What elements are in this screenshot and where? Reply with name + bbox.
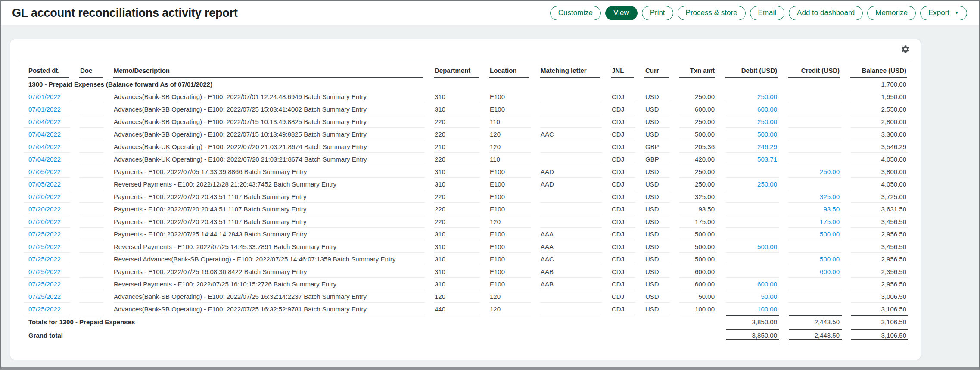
balance-value: 4,050.00 — [881, 180, 906, 188]
debit-amount-link[interactable]: 250.00 — [757, 93, 777, 100]
txn-amount-value: 500.00 — [695, 243, 715, 250]
toolbar-button[interactable]: Memorize — [867, 6, 916, 20]
toolbar-button[interactable]: Print — [642, 6, 673, 20]
credit-amount-link[interactable]: 250.00 — [820, 168, 840, 175]
toolbar-button[interactable]: Customize — [550, 6, 601, 20]
currency-value: USD — [645, 193, 659, 200]
group-balance-forward: 1,700.00 — [846, 78, 913, 90]
department-value: 310 — [435, 243, 445, 250]
matching-letter-value: AAB — [541, 268, 554, 275]
location-value: E100 — [490, 180, 505, 188]
posted-date-link[interactable]: 07/01/2022 — [28, 106, 61, 113]
credit-amount-link[interactable]: 500.00 — [820, 230, 840, 238]
location-value: E100 — [490, 205, 505, 213]
toolbar-button[interactable]: Email — [750, 6, 785, 20]
debit-amount-link[interactable]: 250.00 — [757, 118, 777, 125]
posted-date-link[interactable]: 07/01/2022 — [28, 93, 61, 100]
debit-amount-link[interactable]: 600.00 — [757, 280, 777, 288]
balance-value: 2,956.50 — [881, 280, 906, 288]
jnl-value: CDJ — [612, 268, 624, 275]
posted-date-link[interactable]: 07/25/2022 — [28, 268, 61, 275]
debit-amount-link[interactable]: 600.00 — [757, 106, 777, 113]
posted-date-link[interactable]: 07/20/2022 — [28, 205, 61, 213]
location-value: E100 — [490, 255, 505, 263]
department-value: 310 — [435, 280, 445, 288]
posted-date-link[interactable]: 07/04/2022 — [28, 155, 61, 163]
credit-amount-link[interactable]: 93.50 — [823, 205, 840, 213]
posted-date-link[interactable]: 07/25/2022 — [28, 293, 61, 300]
table-row: 07/05/2022 Reversed Payments - E100: 202… — [19, 178, 913, 190]
jnl-value: CDJ — [612, 230, 624, 238]
caret-down-icon: ▼ — [955, 11, 959, 15]
posted-date-link[interactable]: 07/04/2022 — [28, 118, 61, 125]
balance-value: 2,956.50 — [881, 255, 906, 263]
balance-value: 2,356.50 — [881, 268, 906, 275]
gear-icon[interactable] — [901, 44, 910, 54]
totals-credit: 2,443.50 — [784, 315, 846, 329]
department-value: 310 — [435, 268, 445, 275]
balance-value: 4,050.00 — [881, 155, 906, 163]
currency-value: USD — [645, 280, 659, 288]
location-value: E100 — [490, 168, 505, 175]
department-value: 310 — [435, 93, 445, 100]
credit-amount-link[interactable]: 175.00 — [820, 218, 840, 225]
department-value: 220 — [435, 205, 445, 213]
table-row: 07/04/2022 Advances(Bank-SB Operating) -… — [19, 128, 913, 140]
debit-amount-link[interactable]: 500.00 — [757, 243, 777, 250]
posted-date-link[interactable]: 07/20/2022 — [28, 193, 61, 200]
posted-date-link[interactable]: 07/04/2022 — [28, 143, 61, 150]
col-header-debit: Debit (USD) — [721, 59, 784, 78]
debit-amount-link[interactable]: 500.00 — [757, 131, 777, 138]
department-value: 310 — [435, 180, 445, 188]
department-value: 310 — [435, 106, 445, 113]
memo-text: Payments - E100: 2022/07/20 20:43:51:110… — [114, 218, 307, 225]
debit-amount-link[interactable]: 246.29 — [757, 143, 777, 150]
posted-date-link[interactable]: 07/05/2022 — [28, 168, 61, 175]
currency-value: USD — [645, 131, 659, 138]
table-header-row: Posted dt. Doc Memo/Description Departme… — [19, 59, 913, 78]
jnl-value: CDJ — [612, 205, 624, 213]
posted-date-link[interactable]: 07/20/2022 — [28, 218, 61, 225]
toolbar-button-label: Add to dashboard — [797, 9, 855, 17]
memo-text: Reversed Advances(Bank-SB Operating) - E… — [114, 255, 396, 263]
debit-amount-link[interactable]: 250.00 — [757, 180, 777, 188]
toolbar-button[interactable]: Process & store — [678, 6, 746, 20]
balance-value: 3,631.50 — [881, 205, 906, 213]
grand-total-balance: 3,106.50 — [846, 329, 913, 342]
currency-value: GBP — [645, 143, 659, 150]
txn-amount-value: 205.36 — [695, 143, 715, 150]
posted-date-link[interactable]: 07/25/2022 — [28, 305, 61, 313]
balance-value: 3,546.29 — [881, 143, 906, 150]
posted-date-link[interactable]: 07/25/2022 — [28, 243, 61, 250]
debit-amount-link[interactable]: 503.71 — [757, 155, 777, 163]
posted-date-link[interactable]: 07/25/2022 — [28, 230, 61, 238]
matching-letter-value: AAC — [541, 255, 554, 263]
toolbar-button[interactable]: View — [605, 6, 638, 20]
balance-value: 3,106.50 — [881, 305, 906, 313]
debit-amount-link[interactable]: 50.00 — [761, 293, 777, 300]
jnl-value: CDJ — [612, 280, 624, 288]
posted-date-link[interactable]: 07/04/2022 — [28, 131, 61, 138]
credit-amount-link[interactable]: 325.00 — [820, 193, 840, 200]
toolbar-button[interactable]: Export ▼ — [920, 6, 967, 20]
currency-value: USD — [645, 205, 659, 213]
location-value: 120 — [490, 131, 501, 138]
department-value: 120 — [435, 293, 445, 300]
credit-amount-link[interactable]: 600.00 — [820, 268, 840, 275]
department-value: 440 — [435, 305, 445, 313]
content-area: Posted dt. Doc Memo/Description Departme… — [1, 25, 979, 367]
posted-date-link[interactable]: 07/05/2022 — [28, 180, 61, 188]
credit-amount-link[interactable]: 500.00 — [820, 255, 840, 263]
grand-total-label: Grand total — [19, 329, 721, 342]
toolbar-button[interactable]: Add to dashboard — [789, 6, 863, 20]
posted-date-link[interactable]: 07/25/2022 — [28, 255, 61, 263]
posted-date-link[interactable]: 07/25/2022 — [28, 280, 61, 288]
table-row: 07/01/2022 Advances(Bank-SB Operating) -… — [19, 90, 913, 103]
memo-text: Advances(Bank-SB Operating) - E100: 2022… — [114, 305, 367, 313]
memo-text: Payments - E100: 2022/07/25 14:44:14:284… — [114, 230, 307, 238]
currency-value: USD — [645, 268, 659, 275]
debit-amount-link[interactable]: 100.00 — [757, 305, 777, 313]
jnl-value: CDJ — [612, 93, 624, 100]
toolbar-button-label: View — [613, 9, 629, 17]
page-title: GL account reconciliations activity repo… — [12, 6, 238, 20]
